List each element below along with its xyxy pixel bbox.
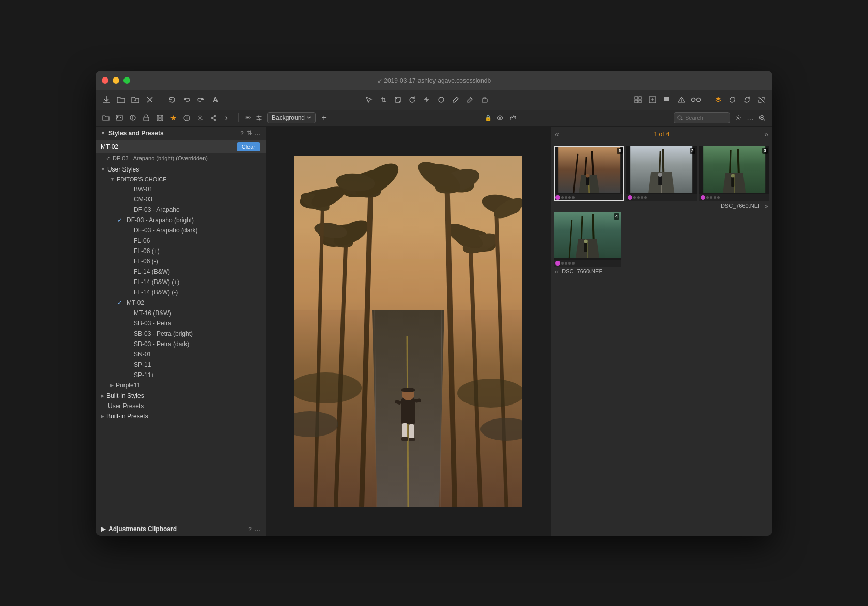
separator-1 bbox=[161, 95, 161, 105]
editors-choice-header[interactable]: ▼ EDITOR'S CHOICE bbox=[96, 175, 266, 184]
settings-sec-icon[interactable] bbox=[195, 113, 205, 123]
close-button[interactable] bbox=[102, 77, 109, 84]
redo-right-icon[interactable] bbox=[195, 94, 207, 105]
user-styles-section: ▼ User Styles ▼ EDITOR'S CHOICE BW-01 bbox=[96, 164, 266, 391]
rotate-tool-icon[interactable] bbox=[407, 94, 418, 105]
brush-tool-icon[interactable] bbox=[450, 94, 461, 105]
clear-button[interactable]: Clear bbox=[237, 142, 260, 151]
search-settings-icon[interactable] bbox=[733, 113, 743, 123]
main-content: ▼ Styles and Presets ? ⇅ … MT-02 Clear ✓… bbox=[96, 127, 772, 536]
info2-sec-icon[interactable] bbox=[181, 113, 192, 123]
style-item-fl06-minus[interactable]: FL-06 (-) bbox=[96, 256, 266, 267]
style-item-fl14-bw[interactable]: FL-14 (B&W) bbox=[96, 267, 266, 277]
user-presets-item[interactable]: User Presets bbox=[96, 401, 266, 411]
warning-icon[interactable] bbox=[676, 94, 687, 105]
text-tool-icon[interactable]: A bbox=[210, 94, 221, 105]
thumbnail-1[interactable]: 1 bbox=[554, 146, 624, 201]
thumbnail-3[interactable]: 3 bbox=[699, 146, 769, 201]
adjustments-help-icon[interactable]: ? bbox=[248, 526, 252, 532]
share-sec-icon[interactable] bbox=[208, 113, 219, 123]
expand-icon[interactable] bbox=[756, 94, 767, 105]
style-item-sn01[interactable]: SN-01 bbox=[96, 349, 266, 360]
import-icon[interactable] bbox=[101, 94, 112, 105]
redo-left-icon[interactable] bbox=[181, 94, 192, 105]
image-sec-icon[interactable] bbox=[114, 113, 125, 123]
svg-point-90 bbox=[658, 173, 662, 177]
style-item-sp11-plus[interactable]: SP-11+ bbox=[96, 370, 266, 380]
adjust-icon[interactable] bbox=[254, 113, 264, 123]
main-toolbar: A bbox=[96, 90, 772, 110]
style-item-df03-bright[interactable]: ✓ DF-03 - Arapaho (bright) bbox=[96, 215, 266, 225]
folder-sec-icon[interactable] bbox=[101, 113, 111, 123]
sync-icon[interactable]: ⇅ bbox=[247, 130, 252, 136]
select-tool-icon[interactable] bbox=[363, 94, 375, 105]
transform-tool-icon[interactable] bbox=[392, 94, 404, 105]
thumb-3-badge: 3 bbox=[762, 148, 768, 154]
folder-icon[interactable] bbox=[115, 94, 127, 105]
delete-icon[interactable] bbox=[144, 94, 156, 105]
thumbnail-2[interactable]: 2 bbox=[626, 146, 696, 201]
new-folder-icon[interactable] bbox=[130, 94, 141, 105]
style-item-fl06[interactable]: FL-06 bbox=[96, 236, 266, 246]
style-item-cm03[interactable]: CM-03 bbox=[96, 194, 266, 205]
help-icon[interactable]: ? bbox=[240, 130, 244, 136]
svg-point-83 bbox=[586, 174, 590, 177]
user-styles-header[interactable]: ▼ User Styles bbox=[96, 164, 266, 175]
lock-sec-icon[interactable] bbox=[141, 113, 151, 123]
layers-icon[interactable] bbox=[712, 94, 724, 105]
builtin-styles-header[interactable]: ▶ Built-in Styles bbox=[96, 391, 266, 401]
info-sec-icon[interactable] bbox=[128, 113, 138, 123]
style-item-sb03-bright[interactable]: SB-03 - Petra (bright) bbox=[96, 329, 266, 339]
style-item-bw01[interactable]: BW-01 bbox=[96, 184, 266, 194]
sync-right-icon[interactable] bbox=[741, 94, 753, 105]
styles-panel-header[interactable]: ▼ Styles and Presets ? ⇅ … bbox=[96, 127, 266, 140]
style-item-fl14-bw-plus[interactable]: FL-14 (B&W) (+) bbox=[96, 277, 266, 287]
lock2-icon[interactable]: 🔒 bbox=[485, 115, 492, 121]
search-input[interactable] bbox=[685, 115, 726, 121]
edit-icon[interactable] bbox=[647, 94, 658, 105]
style-item-sb03[interactable]: SB-03 - Petra bbox=[96, 318, 266, 329]
panel-more-icon[interactable]: … bbox=[255, 130, 260, 136]
style-item-fl06-plus[interactable]: FL-06 (+) bbox=[96, 246, 266, 256]
save-sec-icon[interactable] bbox=[154, 113, 165, 123]
more-search-icon[interactable]: … bbox=[747, 114, 754, 122]
style-item-mt02[interactable]: ✓ MT-02 bbox=[96, 298, 266, 308]
minimize-button[interactable] bbox=[113, 77, 119, 84]
more-sec-icon[interactable]: › bbox=[222, 113, 232, 123]
style-item-df03-dark[interactable]: DF-03 - Arapaho (dark) bbox=[96, 225, 266, 236]
adjustments-more-icon[interactable]: … bbox=[255, 526, 260, 532]
undo-icon[interactable] bbox=[166, 94, 178, 105]
histogram-icon[interactable] bbox=[508, 113, 519, 123]
style-item-fl14-bw-minus[interactable]: FL-14 (B&W) (-) bbox=[96, 287, 266, 298]
style-item-sp11[interactable]: SP-11 bbox=[96, 360, 266, 370]
erase-tool-icon[interactable] bbox=[479, 94, 490, 105]
view-eye-icon[interactable]: 👁 bbox=[245, 115, 251, 121]
zoom-icon[interactable] bbox=[757, 113, 767, 123]
grid-view-icon[interactable] bbox=[632, 94, 644, 105]
background-dropdown[interactable]: Background bbox=[267, 112, 316, 123]
style-item-sb03-dark[interactable]: SB-03 - Petra (dark) bbox=[96, 339, 266, 349]
eye2-icon[interactable] bbox=[495, 113, 505, 123]
star-sec-icon[interactable] bbox=[168, 113, 178, 123]
heal-tool-icon[interactable] bbox=[421, 94, 432, 105]
apps-icon[interactable] bbox=[661, 94, 673, 105]
right-panel-collapse-left[interactable]: « bbox=[555, 130, 559, 138]
adjustments-clipboard-bar[interactable]: ▶ Adjustments Clipboard ? … bbox=[96, 522, 266, 536]
pen-tool-icon[interactable] bbox=[464, 94, 476, 105]
eyeglasses-icon[interactable] bbox=[690, 94, 702, 105]
circle-tool-icon[interactable] bbox=[436, 94, 447, 105]
filename-2: DSC_7660.NEF bbox=[562, 268, 602, 274]
maximize-button[interactable] bbox=[123, 77, 130, 84]
thumb-4-dots bbox=[554, 260, 621, 267]
style-item-mt16-bw[interactable]: MT-16 (B&W) bbox=[96, 308, 266, 318]
sync-left-icon[interactable] bbox=[727, 94, 738, 105]
style-item-df03-arapaho[interactable]: DF-03 - Arapaho bbox=[96, 205, 266, 215]
right-panel-collapse-right[interactable]: » bbox=[764, 130, 768, 138]
crop-tool-icon[interactable] bbox=[378, 94, 389, 105]
builtin-presets-header[interactable]: ▶ Built-in Presets bbox=[96, 411, 266, 422]
expand-left-2[interactable]: « bbox=[555, 268, 559, 275]
purple11-header[interactable]: ▶ Purple11 bbox=[96, 380, 266, 391]
add-layer-icon[interactable]: + bbox=[319, 113, 329, 123]
expand-right-1[interactable]: » bbox=[765, 202, 768, 210]
thumbnail-4[interactable]: 4 bbox=[554, 212, 621, 267]
